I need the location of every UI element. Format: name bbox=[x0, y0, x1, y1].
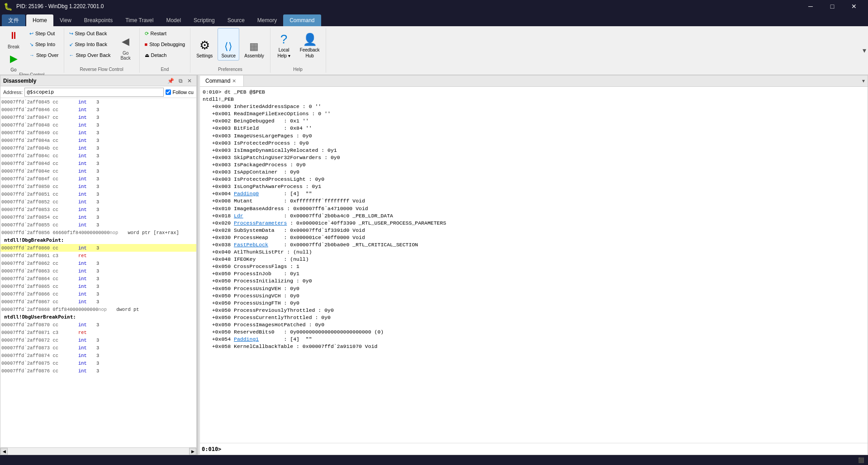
tab-model[interactable]: Model bbox=[160, 14, 187, 26]
feedback-hub-area: 👤 Feedback Hub bbox=[297, 28, 323, 61]
tab-breakpoints[interactable]: Breakpoints bbox=[78, 14, 119, 26]
table-row: 00007ffd`2aff0875 cc int 3 bbox=[0, 359, 196, 367]
detach-icon: ⏏ bbox=[145, 52, 149, 58]
command-link[interactable]: Ldr bbox=[234, 213, 243, 219]
break-button[interactable]: ⏸ bbox=[3, 28, 24, 43]
table-row: 00007ffd`2aff0851 cc int 3 bbox=[0, 190, 196, 198]
asm-address: 00007ffd`2aff0871 c3 bbox=[1, 330, 78, 335]
table-row: 00007ffd`2aff0867 cc int 3 bbox=[0, 298, 196, 305]
asm-address: 00007ffd`2aff0854 cc bbox=[1, 215, 78, 220]
asm-address: 00007ffd`2aff0874 cc bbox=[1, 353, 78, 358]
table-row: 00007ffd`2aff0846 cc int 3 bbox=[0, 106, 196, 113]
disassembly-close-button[interactable]: ✕ bbox=[185, 77, 194, 85]
command-link[interactable]: ProcessParameters bbox=[234, 220, 287, 226]
step-out-button[interactable]: ↩ Step Out bbox=[27, 29, 61, 38]
disassembly-horizontal-scrollbar[interactable]: ◀ ▶ bbox=[0, 447, 196, 455]
tab-home[interactable]: Home bbox=[26, 14, 53, 26]
command-link[interactable]: Padding0 bbox=[234, 191, 259, 197]
go-button[interactable]: ▶ bbox=[3, 51, 24, 66]
list-item: +0x003 IsImageDynamicallyRelocated : 0y1 bbox=[203, 147, 865, 154]
list-item: +0x003 IsAppContainer : 0y0 bbox=[203, 169, 865, 176]
disassembly-pin-button[interactable]: 📌 bbox=[166, 77, 176, 85]
main-area: Disassembly 📌 ⧉ ✕ Address: @$scopeip Fol… bbox=[0, 75, 868, 455]
maximize-button[interactable]: □ bbox=[822, 0, 843, 13]
ribbon-overflow-button[interactable]: ▾ bbox=[861, 28, 868, 73]
tab-timetravel[interactable]: Time Travel bbox=[119, 14, 160, 26]
asm-mnemonic: int bbox=[78, 161, 96, 166]
list-item: +0x048 IFEOKey : (null) bbox=[203, 256, 865, 263]
tab-scripting[interactable]: Scripting bbox=[187, 14, 221, 26]
detach-button[interactable]: ⏏ Detach bbox=[142, 51, 188, 60]
command-output[interactable]: 0:010> dt _PEB @$PEBntdll!_PEB +0x000 In… bbox=[200, 87, 868, 443]
asm-address: 00007ffd`2aff0862 cc bbox=[1, 261, 78, 266]
command-link[interactable]: Padding1 bbox=[234, 336, 259, 342]
title-bar-buttons: ─ □ ✕ bbox=[800, 0, 864, 13]
asm-address: 00007ffd`2aff084f cc bbox=[1, 176, 78, 182]
reverse-go-area: ↪ Step Out Back ↙ Step Into Back ← Step … bbox=[67, 28, 137, 61]
list-item: +0x038 FastPebLock : 0x00007ffd`2b0ba0e0… bbox=[203, 241, 865, 249]
tab-file[interactable]: 文件 bbox=[2, 14, 25, 26]
tab-view[interactable]: View bbox=[53, 14, 78, 26]
restart-button[interactable]: ⟳ Restart bbox=[142, 29, 188, 38]
feedback-hub-button[interactable]: 👤 Feedback Hub bbox=[297, 28, 323, 61]
command-tab[interactable]: Command ✕ bbox=[200, 75, 244, 86]
stop-debugging-button[interactable]: ■ Stop Debugging bbox=[142, 40, 188, 49]
panel-resize-handle[interactable] bbox=[197, 75, 199, 455]
tab-memory[interactable]: Memory bbox=[251, 14, 283, 26]
disassembly-scroll[interactable]: 00007ffd`2aff0845 cc int 300007ffd`2aff0… bbox=[0, 98, 196, 447]
asm-address: 00007ffd`2aff0852 cc bbox=[1, 199, 78, 205]
asm-mnemonic: int bbox=[78, 245, 96, 251]
follow-cursor-checkbox[interactable] bbox=[166, 89, 171, 95]
list-item: +0x003 IsPackagedProcess : 0y0 bbox=[203, 161, 865, 169]
step-out-back-label: Step Out Back bbox=[75, 31, 107, 36]
step-over-button[interactable]: → Step Over bbox=[27, 51, 61, 60]
disassembly-header: Disassembly 📌 ⧉ ✕ bbox=[0, 75, 196, 86]
asm-mnemonic: int bbox=[78, 207, 96, 212]
minimize-button[interactable]: ─ bbox=[800, 0, 821, 13]
disassembly-panel: Disassembly 📌 ⧉ ✕ Address: @$scopeip Fol… bbox=[0, 75, 197, 455]
h-scroll-right-button[interactable]: ▶ bbox=[189, 448, 196, 455]
list-item: +0x003 IsLongPathAwareProcess : 0y1 bbox=[203, 183, 865, 190]
table-row: 00007ffd`2aff0850 cc int 3 bbox=[0, 183, 196, 190]
table-row: 00007ffd`2aff0856 66660f1f840000000000 n… bbox=[0, 229, 196, 236]
list-item: +0x040 AtlThunkSListPtr : (null) bbox=[203, 249, 865, 256]
list-item: +0x050 ProcessInJob : 0y1 bbox=[203, 270, 865, 277]
address-input[interactable]: @$scopeip bbox=[24, 88, 163, 97]
asm-mnemonic: int bbox=[78, 276, 96, 282]
settings-label: Settings bbox=[196, 53, 213, 58]
settings-button[interactable]: ⚙ Settings bbox=[193, 28, 216, 61]
list-item: +0x000 InheritedAddressSpace : 0 '' bbox=[203, 103, 865, 110]
asm-operands: 3 bbox=[96, 268, 99, 274]
disassembly-float-button[interactable]: ⧉ bbox=[177, 77, 185, 85]
tab-command[interactable]: Command bbox=[283, 14, 321, 26]
assembly-button[interactable]: ▦ Assembly bbox=[241, 28, 267, 61]
source-pref-button[interactable]: ⟨⟩ Source bbox=[218, 28, 239, 61]
disassembly-title: Disassembly bbox=[3, 78, 36, 84]
h-scroll-left-button[interactable]: ◀ bbox=[0, 448, 8, 455]
asm-address: 00007ffd`2aff0846 cc bbox=[1, 107, 78, 113]
command-tab-overflow[interactable]: ▾ bbox=[859, 77, 868, 85]
asm-operands: 3 bbox=[96, 184, 99, 189]
list-item: +0x020 ProcessParameters : 0x000001ce`40… bbox=[203, 220, 865, 227]
table-row: 00007ffd`2aff0855 cc int 3 bbox=[0, 221, 196, 229]
asm-address: 00007ffd`2aff0851 cc bbox=[1, 192, 78, 197]
ribbon-tabs: 文件 Home View Breakpoints Time Travel Mod… bbox=[0, 13, 868, 26]
command-tab-close[interactable]: ✕ bbox=[230, 78, 238, 84]
asm-address: 00007ffd`2aff0867 cc bbox=[1, 299, 78, 305]
table-row: 00007ffd`2aff0874 cc int 3 bbox=[0, 352, 196, 359]
asm-mnemonic: int bbox=[78, 199, 96, 205]
step-into-button[interactable]: ↘ Step Into bbox=[27, 40, 61, 49]
close-button[interactable]: ✕ bbox=[844, 0, 864, 13]
step-over-back-button[interactable]: ← Step Over Back bbox=[67, 51, 113, 60]
h-scroll-track[interactable] bbox=[8, 448, 189, 455]
command-link[interactable]: FastPebLock bbox=[234, 242, 268, 248]
step-out-back-button[interactable]: ↪ Step Out Back bbox=[67, 29, 113, 38]
go-back-button[interactable]: ◀ bbox=[115, 33, 137, 51]
table-row: 00007ffd`2aff0876 cc int 3 bbox=[0, 367, 196, 375]
tab-source[interactable]: Source bbox=[221, 14, 251, 26]
local-help-label: Local bbox=[279, 47, 289, 52]
step-into-back-button[interactable]: ↙ Step Into Back bbox=[67, 40, 113, 49]
asm-operands: 3 bbox=[96, 276, 99, 282]
command-input[interactable] bbox=[223, 446, 866, 452]
local-help-button[interactable]: ? Local Help ▾ bbox=[273, 28, 295, 61]
